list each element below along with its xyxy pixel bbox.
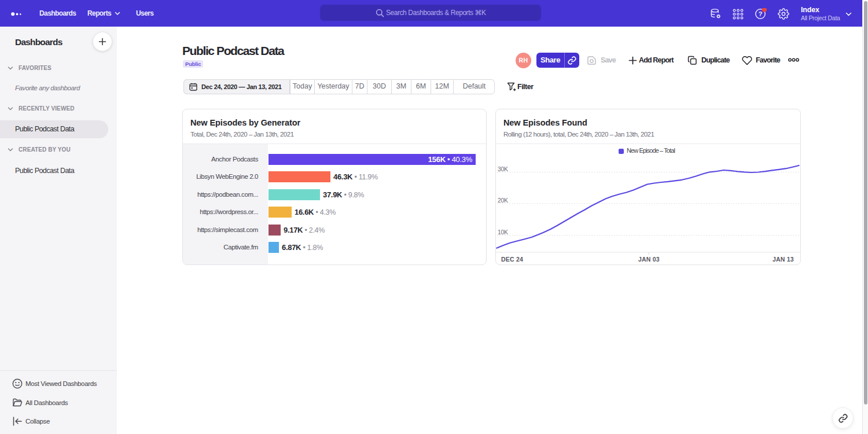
svg-text:?: ? bbox=[758, 10, 762, 17]
